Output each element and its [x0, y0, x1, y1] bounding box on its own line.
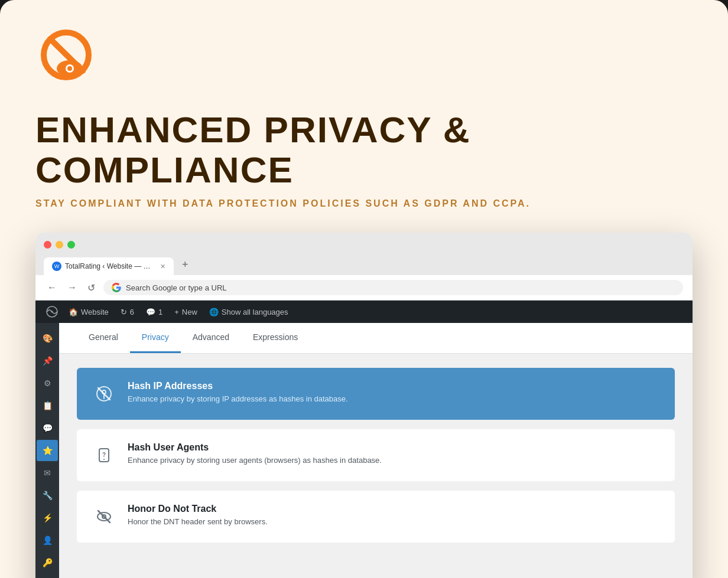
wp-logo[interactable] [44, 303, 60, 320]
brand-logo [35, 28, 100, 93]
dnt-text: Honor Do Not Track Honor the DNT header … [128, 504, 268, 526]
device-question-icon: ? [96, 447, 112, 463]
wp-admin-updates[interactable]: ↻ 6 [115, 301, 140, 323]
tab-expressions[interactable]: Expressions [241, 323, 310, 353]
close-traffic-light[interactable] [44, 241, 51, 249]
languages-icon: 🌐 [209, 308, 219, 316]
new-tab-button[interactable]: + [176, 254, 194, 275]
hash-ua-icon: ? [91, 442, 117, 468]
google-icon [112, 283, 121, 292]
svg-text:?: ? [102, 452, 106, 458]
tabs-bar: General Privacy Advanced Expressions [59, 323, 693, 354]
sidebar-icon-gear[interactable]: ⚙ [37, 373, 58, 394]
tab-title: TotalRating ‹ Website — WordP [65, 262, 157, 270]
svg-point-6 [51, 311, 53, 313]
sidebar-icon-chart[interactable]: 📊 [37, 574, 58, 578]
page-subtitle: STAY COMPLIANT WITH DATA PROTECTION POLI… [35, 198, 693, 209]
svg-point-12 [103, 459, 105, 460]
browser-window: W TotalRating ‹ Website — WordP ✕ + ← → … [35, 233, 693, 578]
address-bar[interactable]: Search Google or type a URL [103, 280, 683, 295]
browser-addressbar: ← → ↺ Search Google or type a URL [35, 275, 693, 301]
browser-tabs-row: W TotalRating ‹ Website — WordP ✕ + [44, 254, 684, 275]
settings-body: Hash IP Addresses Enhance privacy by sto… [59, 354, 693, 557]
refresh-button[interactable]: ↺ [85, 281, 98, 295]
sidebar-icon-user[interactable]: 👤 [37, 530, 58, 551]
minimize-traffic-light[interactable] [56, 241, 63, 249]
sidebar-icon-star[interactable]: ⭐ [37, 440, 58, 461]
wp-admin-languages[interactable]: 🌐 Show all languages [203, 301, 294, 323]
settings-container: 🎨 📌 ⚙ 📋 💬 ⭐ ✉ 🔧 ⚡ 👤 🔑 📊 General Privacy [35, 323, 693, 578]
setting-hash-ip[interactable]: Hash IP Addresses Enhance privacy by sto… [77, 368, 675, 420]
no-location-icon [96, 386, 112, 402]
browser-chrome: W TotalRating ‹ Website — WordP ✕ + [35, 233, 693, 275]
hash-ip-desc: Enhance privacy by storing IP addresses … [128, 394, 348, 403]
dnt-icon [91, 504, 117, 530]
svg-point-4 [67, 66, 72, 71]
sidebar-icon-paint[interactable]: 🎨 [37, 328, 58, 349]
browser-tab-active[interactable]: W TotalRating ‹ Website — WordP ✕ [44, 257, 174, 275]
wordpress-icon [46, 306, 58, 318]
hash-ip-text: Hash IP Addresses Enhance privacy by sto… [128, 381, 348, 403]
wp-admin-comments[interactable]: 💬 1 [140, 301, 168, 323]
traffic-lights [44, 239, 684, 249]
forward-button[interactable]: → [65, 281, 79, 294]
sidebar-icon-pin[interactable]: 📌 [37, 350, 58, 371]
setting-dnt[interactable]: Honor Do Not Track Honor the DNT header … [77, 491, 675, 543]
sidebar-icon-comment[interactable]: 💬 [37, 417, 58, 439]
dnt-desc: Honor the DNT header sent by browsers. [128, 517, 268, 526]
tab-advanced[interactable]: Advanced [181, 323, 241, 353]
website-icon: 🏠 [69, 308, 78, 316]
wp-admin-bar: 🏠 Website ↻ 6 💬 1 + New 🌐 Show all langu… [35, 301, 693, 323]
dnt-title: Honor Do Not Track [128, 504, 268, 514]
back-button[interactable]: ← [45, 281, 59, 294]
tab-privacy[interactable]: Privacy [130, 323, 181, 353]
tab-favicon: W [52, 262, 61, 271]
hash-ua-title: Hash User Agents [128, 442, 382, 453]
sidebar-nav: 🎨 📌 ⚙ 📋 💬 ⭐ ✉ 🔧 ⚡ 👤 🔑 📊 [35, 323, 59, 578]
sidebar-icon-key[interactable]: 🔑 [37, 552, 58, 573]
new-icon: + [174, 308, 179, 316]
maximize-traffic-light[interactable] [67, 241, 75, 249]
updates-icon: ↻ [121, 308, 127, 316]
wp-admin-new[interactable]: + New [168, 301, 203, 323]
hash-ua-text: Hash User Agents Enhance privacy by stor… [128, 442, 382, 465]
sidebar-icon-mail[interactable]: ✉ [37, 462, 58, 484]
main-content: General Privacy Advanced Expressions [59, 323, 693, 578]
hash-ip-title: Hash IP Addresses [128, 381, 348, 391]
address-text: Search Google or type a URL [126, 283, 227, 292]
comments-icon: 💬 [146, 308, 155, 316]
logo-area [35, 28, 693, 96]
wp-admin-website[interactable]: 🏠 Website [63, 301, 115, 323]
sidebar-icon-page[interactable]: 📋 [37, 395, 58, 416]
tab-close-button[interactable]: ✕ [160, 263, 165, 270]
outer-card: ENHANCED PRIVACY & COMPLIANCE STAY COMPL… [0, 0, 728, 578]
eye-off-icon [96, 508, 112, 525]
sidebar-icon-wrench[interactable]: 🔧 [37, 485, 58, 506]
hash-ip-icon [91, 381, 117, 407]
page-title: ENHANCED PRIVACY & COMPLIANCE [35, 110, 693, 190]
tab-general[interactable]: General [77, 323, 130, 353]
setting-hash-ua[interactable]: ? Hash User Agents Enhance privacy by st… [77, 429, 675, 481]
hash-ua-desc: Enhance privacy by storing user agents (… [128, 456, 382, 465]
sidebar-icon-bolt[interactable]: ⚡ [37, 507, 58, 528]
